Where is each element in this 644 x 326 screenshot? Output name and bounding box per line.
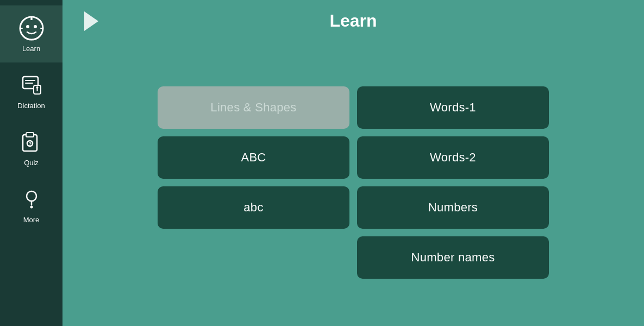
category-grid: Lines & Shapes Words-1 ABC Words-2 abc N… (158, 86, 549, 279)
sidebar: Learn Dictation ? Quiz (0, 0, 62, 326)
abc-lower-button[interactable]: abc (158, 186, 349, 229)
dictation-icon (18, 72, 45, 98)
abc-button[interactable]: ABC (158, 136, 349, 179)
sidebar-learn-label: Learn (22, 45, 40, 53)
page-title: Learn (115, 11, 622, 31)
svg-point-17 (27, 191, 36, 201)
numbers-button[interactable]: Numbers (357, 186, 549, 229)
quiz-icon: ? (18, 129, 45, 155)
words2-button[interactable]: Words-2 (357, 136, 549, 179)
words1-button[interactable]: Words-1 (357, 86, 549, 129)
header: Learn (84, 0, 622, 39)
svg-point-19 (30, 206, 33, 209)
sidebar-item-more[interactable]: More (0, 177, 62, 234)
forward-arrow-icon[interactable] (84, 11, 104, 31)
svg-point-2 (34, 25, 37, 28)
svg-point-0 (20, 17, 43, 40)
svg-rect-14 (26, 133, 34, 137)
sidebar-quiz-label: Quiz (24, 159, 39, 167)
svg-marker-20 (84, 11, 98, 31)
lines-shapes-button[interactable]: Lines & Shapes (158, 86, 349, 129)
svg-point-4 (30, 18, 33, 20)
main-content: Learn Lines & Shapes Words-1 ABC Words-2… (62, 0, 644, 326)
number-names-button[interactable]: Number names (357, 236, 549, 279)
learn-icon (18, 15, 45, 41)
sidebar-more-label: More (23, 216, 40, 224)
sidebar-item-dictation[interactable]: Dictation (0, 62, 62, 120)
svg-text:?: ? (28, 141, 32, 147)
sidebar-dictation-label: Dictation (17, 102, 45, 110)
grid-area: Lines & Shapes Words-1 ABC Words-2 abc N… (84, 39, 622, 326)
svg-point-1 (26, 25, 29, 28)
more-icon (18, 186, 45, 212)
sidebar-item-learn[interactable]: Learn (0, 5, 62, 62)
sidebar-item-quiz[interactable]: ? Quiz (0, 120, 62, 177)
svg-point-12 (36, 86, 38, 89)
